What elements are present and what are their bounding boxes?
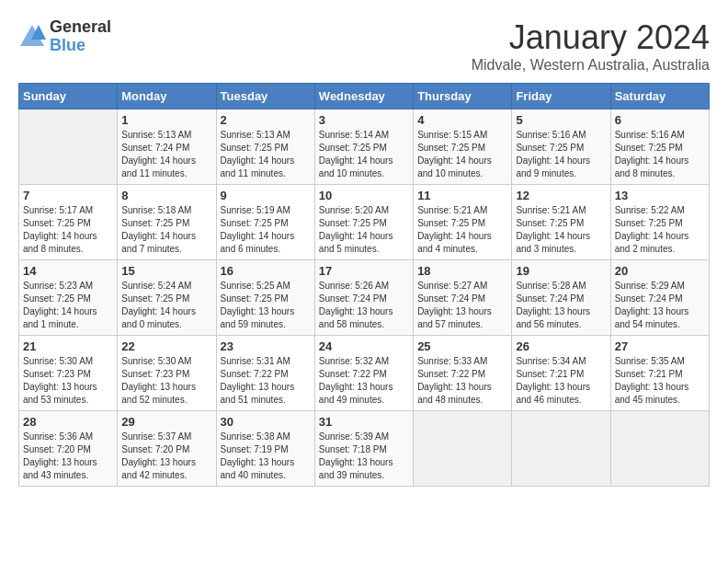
calendar-week-row: 1Sunrise: 5:13 AM Sunset: 7:24 PM Daylig… — [19, 109, 710, 185]
day-info: Sunrise: 5:35 AM Sunset: 7:21 PM Dayligh… — [615, 355, 705, 407]
day-info: Sunrise: 5:31 AM Sunset: 7:22 PM Dayligh… — [221, 355, 311, 407]
weekday-header: Friday — [512, 84, 610, 109]
calendar-cell: 3Sunrise: 5:14 AM Sunset: 7:25 PM Daylig… — [314, 109, 413, 185]
day-number: 17 — [319, 264, 409, 278]
weekday-header: Sunday — [19, 84, 118, 109]
day-number: 21 — [23, 339, 113, 353]
calendar-cell — [414, 411, 512, 487]
month-title: January 2024 — [472, 18, 710, 57]
calendar-cell: 19Sunrise: 5:28 AM Sunset: 7:24 PM Dayli… — [512, 260, 610, 336]
calendar-cell: 6Sunrise: 5:16 AM Sunset: 7:25 PM Daylig… — [610, 109, 709, 185]
calendar-cell: 16Sunrise: 5:25 AM Sunset: 7:25 PM Dayli… — [216, 260, 314, 336]
day-number: 25 — [417, 339, 507, 353]
day-info: Sunrise: 5:16 AM Sunset: 7:25 PM Dayligh… — [615, 129, 705, 180]
day-info: Sunrise: 5:18 AM Sunset: 7:25 PM Dayligh… — [121, 204, 211, 256]
logo-blue: Blue — [50, 37, 111, 55]
day-info: Sunrise: 5:21 AM Sunset: 7:25 PM Dayligh… — [516, 204, 606, 256]
calendar-cell: 27Sunrise: 5:35 AM Sunset: 7:21 PM Dayli… — [610, 336, 709, 411]
day-number: 19 — [516, 264, 606, 278]
calendar-cell: 21Sunrise: 5:30 AM Sunset: 7:23 PM Dayli… — [19, 336, 118, 411]
day-info: Sunrise: 5:27 AM Sunset: 7:24 PM Dayligh… — [417, 280, 507, 331]
day-info: Sunrise: 5:34 AM Sunset: 7:21 PM Dayligh… — [516, 355, 606, 407]
day-number: 26 — [516, 339, 606, 353]
day-info: Sunrise: 5:21 AM Sunset: 7:25 PM Dayligh… — [417, 204, 507, 256]
calendar-cell: 14Sunrise: 5:23 AM Sunset: 7:25 PM Dayli… — [19, 260, 118, 336]
day-info: Sunrise: 5:32 AM Sunset: 7:22 PM Dayligh… — [319, 355, 409, 407]
day-info: Sunrise: 5:29 AM Sunset: 7:24 PM Dayligh… — [615, 280, 705, 331]
page-header: General Blue January 2024 Midvale, Weste… — [18, 18, 710, 74]
weekday-header: Thursday — [414, 84, 512, 109]
day-info: Sunrise: 5:33 AM Sunset: 7:22 PM Dayligh… — [417, 355, 507, 407]
day-info: Sunrise: 5:28 AM Sunset: 7:24 PM Dayligh… — [516, 280, 606, 331]
calendar-cell: 5Sunrise: 5:16 AM Sunset: 7:25 PM Daylig… — [512, 109, 610, 185]
day-info: Sunrise: 5:26 AM Sunset: 7:24 PM Dayligh… — [319, 280, 409, 331]
day-number: 15 — [121, 264, 211, 278]
day-number: 1 — [121, 113, 211, 127]
title-block: January 2024 Midvale, Western Australia,… — [472, 18, 710, 74]
day-number: 10 — [319, 189, 409, 202]
calendar-cell: 29Sunrise: 5:37 AM Sunset: 7:20 PM Dayli… — [118, 411, 216, 487]
calendar-cell: 15Sunrise: 5:24 AM Sunset: 7:25 PM Dayli… — [118, 260, 216, 336]
day-info: Sunrise: 5:17 AM Sunset: 7:25 PM Dayligh… — [23, 204, 113, 256]
day-info: Sunrise: 5:13 AM Sunset: 7:24 PM Dayligh… — [121, 129, 211, 180]
day-info: Sunrise: 5:13 AM Sunset: 7:25 PM Dayligh… — [221, 129, 311, 180]
calendar-cell: 1Sunrise: 5:13 AM Sunset: 7:24 PM Daylig… — [118, 109, 216, 185]
calendar-week-row: 21Sunrise: 5:30 AM Sunset: 7:23 PM Dayli… — [19, 336, 710, 411]
day-info: Sunrise: 5:22 AM Sunset: 7:25 PM Dayligh… — [615, 204, 705, 256]
calendar-cell: 22Sunrise: 5:30 AM Sunset: 7:23 PM Dayli… — [118, 336, 216, 411]
day-number: 29 — [121, 415, 211, 429]
day-info: Sunrise: 5:19 AM Sunset: 7:25 PM Dayligh… — [221, 204, 311, 256]
day-info: Sunrise: 5:36 AM Sunset: 7:20 PM Dayligh… — [23, 431, 113, 482]
calendar-cell: 18Sunrise: 5:27 AM Sunset: 7:24 PM Dayli… — [414, 260, 512, 336]
calendar-cell: 28Sunrise: 5:36 AM Sunset: 7:20 PM Dayli… — [19, 411, 118, 487]
calendar-cell: 25Sunrise: 5:33 AM Sunset: 7:22 PM Dayli… — [414, 336, 512, 411]
day-info: Sunrise: 5:23 AM Sunset: 7:25 PM Dayligh… — [23, 280, 113, 331]
calendar-cell: 24Sunrise: 5:32 AM Sunset: 7:22 PM Dayli… — [314, 336, 413, 411]
logo-text: General Blue — [50, 18, 111, 55]
day-number: 13 — [615, 189, 705, 202]
day-number: 31 — [319, 415, 409, 429]
logo-icon — [18, 23, 46, 51]
day-number: 3 — [319, 113, 409, 127]
day-info: Sunrise: 5:39 AM Sunset: 7:18 PM Dayligh… — [319, 431, 409, 482]
calendar-cell: 17Sunrise: 5:26 AM Sunset: 7:24 PM Dayli… — [314, 260, 413, 336]
day-info: Sunrise: 5:15 AM Sunset: 7:25 PM Dayligh… — [417, 129, 507, 180]
calendar-cell — [512, 411, 610, 487]
day-number: 22 — [121, 339, 211, 353]
calendar-cell — [610, 411, 709, 487]
weekday-header: Tuesday — [216, 84, 314, 109]
day-info: Sunrise: 5:37 AM Sunset: 7:20 PM Dayligh… — [121, 431, 211, 482]
day-number: 30 — [221, 415, 311, 429]
day-info: Sunrise: 5:30 AM Sunset: 7:23 PM Dayligh… — [121, 355, 211, 407]
day-info: Sunrise: 5:25 AM Sunset: 7:25 PM Dayligh… — [221, 280, 311, 331]
calendar-cell — [19, 109, 118, 185]
calendar-cell: 30Sunrise: 5:38 AM Sunset: 7:19 PM Dayli… — [216, 411, 314, 487]
day-number: 12 — [516, 189, 606, 202]
calendar-cell: 9Sunrise: 5:19 AM Sunset: 7:25 PM Daylig… — [216, 185, 314, 260]
day-info: Sunrise: 5:20 AM Sunset: 7:25 PM Dayligh… — [319, 204, 409, 256]
day-number: 9 — [221, 189, 311, 202]
weekday-header: Saturday — [610, 84, 709, 109]
calendar-week-row: 7Sunrise: 5:17 AM Sunset: 7:25 PM Daylig… — [19, 185, 710, 260]
day-number: 28 — [23, 415, 113, 429]
weekday-header: Monday — [118, 84, 216, 109]
day-number: 11 — [417, 189, 507, 202]
calendar-cell: 7Sunrise: 5:17 AM Sunset: 7:25 PM Daylig… — [19, 185, 118, 260]
day-info: Sunrise: 5:14 AM Sunset: 7:25 PM Dayligh… — [319, 129, 409, 180]
day-info: Sunrise: 5:16 AM Sunset: 7:25 PM Dayligh… — [516, 129, 606, 180]
day-number: 18 — [417, 264, 507, 278]
day-number: 6 — [615, 113, 705, 127]
calendar-cell: 10Sunrise: 5:20 AM Sunset: 7:25 PM Dayli… — [314, 185, 413, 260]
day-number: 14 — [23, 264, 113, 278]
day-info: Sunrise: 5:30 AM Sunset: 7:23 PM Dayligh… — [23, 355, 113, 407]
calendar-cell: 8Sunrise: 5:18 AM Sunset: 7:25 PM Daylig… — [118, 185, 216, 260]
calendar-cell: 31Sunrise: 5:39 AM Sunset: 7:18 PM Dayli… — [314, 411, 413, 487]
day-number: 2 — [221, 113, 311, 127]
day-number: 24 — [319, 339, 409, 353]
day-number: 23 — [221, 339, 311, 353]
day-info: Sunrise: 5:24 AM Sunset: 7:25 PM Dayligh… — [121, 280, 211, 331]
day-number: 8 — [121, 189, 211, 202]
weekday-header-row: SundayMondayTuesdayWednesdayThursdayFrid… — [19, 84, 710, 109]
day-number: 4 — [417, 113, 507, 127]
calendar-cell: 4Sunrise: 5:15 AM Sunset: 7:25 PM Daylig… — [414, 109, 512, 185]
